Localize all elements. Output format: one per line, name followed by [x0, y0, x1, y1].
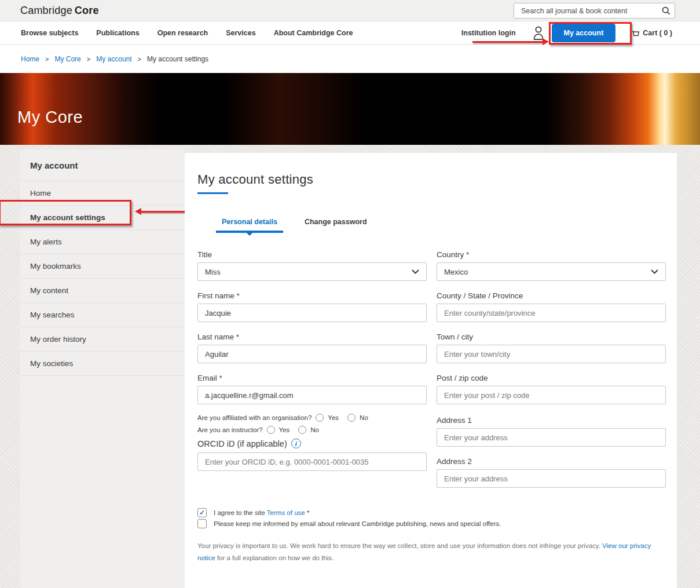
tab-change-password-label: Change password — [305, 218, 367, 226]
main-nav: Browse subjects Publications Open resear… — [0, 21, 700, 45]
hero-banner: My Core — [0, 73, 700, 145]
instructor-no-radio[interactable] — [298, 426, 306, 434]
country-select[interactable]: Mexico — [437, 262, 666, 281]
last-name-label: Last name * — [197, 333, 427, 341]
radio-questions: Are you affiliated with an organisation?… — [197, 414, 427, 434]
sidebar-item-my-order-history[interactable]: My order history — [20, 327, 185, 352]
person-icon[interactable] — [532, 25, 545, 41]
logo-text-core: Core — [75, 5, 99, 16]
title-label: Title — [197, 250, 427, 259]
postcode-label: Post / zip code — [437, 374, 666, 382]
sidebar-item-my-searches[interactable]: My searches — [20, 303, 185, 327]
tab-change-password[interactable]: Change password — [299, 218, 373, 233]
tab-personal-details-label: Personal details — [222, 218, 277, 226]
newsletter-label: Please keep me informed by email about r… — [214, 519, 501, 527]
settings-tabs: Personal details Change password — [216, 218, 677, 233]
account-sidebar: My account Home My account settings My a… — [20, 149, 185, 588]
first-name-field[interactable] — [197, 304, 427, 322]
cambridge-core-logo[interactable]: CambridgeCore — [20, 5, 99, 17]
cart-icon — [632, 29, 640, 37]
affiliated-yes-radio[interactable] — [316, 414, 324, 422]
title-select[interactable]: Miss — [197, 262, 427, 281]
breadcrumb-separator: > — [138, 56, 141, 63]
cart-label: Cart ( 0 ) — [643, 29, 672, 37]
search-icon[interactable] — [657, 6, 675, 15]
search-input[interactable] — [514, 7, 657, 15]
hero-title: My Core — [17, 108, 83, 127]
orcid-field[interactable] — [197, 452, 427, 471]
last-name-field[interactable] — [197, 345, 427, 363]
sidebar-item-my-societies[interactable]: My societies — [20, 352, 185, 376]
nav-menu: Browse subjects Publications Open resear… — [0, 29, 353, 37]
address2-label: Address 2 — [437, 457, 666, 466]
institution-login-link[interactable]: Institution login — [461, 29, 516, 37]
form-left-column: Title Miss First name * Last name * — [197, 250, 427, 498]
sidebar-item-my-bookmarks[interactable]: My bookmarks — [20, 254, 185, 279]
terms-required-mark: * — [307, 509, 309, 516]
terms-of-use-link[interactable]: Terms of use — [267, 509, 305, 516]
county-field[interactable] — [437, 304, 666, 322]
settings-panel: My account settings Personal details Cha… — [185, 153, 677, 588]
privacy-text: Your privacy is important to us. We work… — [197, 542, 602, 549]
nav-browse-subjects[interactable]: Browse subjects — [21, 29, 78, 37]
postcode-field[interactable] — [437, 386, 666, 404]
instructor-yes-label: Yes — [279, 426, 290, 433]
logo-text-cambridge: Cambridge — [20, 5, 72, 16]
cart-button[interactable]: Cart ( 0 ) — [632, 29, 672, 37]
tab-personal-details[interactable]: Personal details — [216, 218, 283, 233]
my-account-button[interactable]: My account — [552, 24, 616, 42]
content-area: My account Home My account settings My a… — [0, 145, 700, 588]
title-underline — [197, 192, 228, 194]
address2-field[interactable] — [437, 469, 666, 488]
instructor-yes-radio[interactable] — [267, 426, 275, 434]
instructor-no-label: No — [310, 426, 319, 433]
address1-field[interactable] — [437, 428, 666, 447]
orcid-label: ORCID iD (if applicable) — [197, 439, 287, 448]
checkmark-icon: ✓ — [199, 509, 205, 516]
account-form: Title Miss First name * Last name * — [197, 250, 677, 498]
nav-services[interactable]: Services — [226, 29, 255, 37]
address1-label: Address 1 — [437, 416, 666, 425]
title-select-value: Miss — [205, 268, 412, 276]
sidebar-item-my-alerts[interactable]: My alerts — [20, 230, 185, 254]
breadcrumb-current: My account settings — [147, 55, 208, 63]
affiliated-no-label: No — [360, 414, 368, 421]
affiliated-question-label: Are you affiliated with an organisation? — [197, 414, 311, 421]
affiliated-no-radio[interactable] — [347, 414, 356, 422]
page-title: My account settings — [197, 172, 677, 187]
chevron-down-icon — [651, 269, 658, 274]
terms-checkbox[interactable]: ✓ — [197, 508, 207, 517]
chevron-down-icon — [412, 269, 419, 274]
sidebar-item-my-account-settings[interactable]: My account settings — [20, 206, 185, 230]
top-header: CambridgeCore — [0, 0, 700, 21]
country-label: Country * — [437, 250, 666, 259]
sidebar-item-my-content[interactable]: My content — [20, 279, 185, 303]
nav-open-research[interactable]: Open research — [157, 29, 208, 37]
nav-about-cambridge-core[interactable]: About Cambridge Core — [274, 29, 353, 37]
breadcrumb-separator: > — [45, 56, 49, 63]
nav-publications[interactable]: Publications — [96, 29, 139, 37]
breadcrumb-bar: Home > My Core > My account > My account… — [0, 45, 700, 73]
affiliated-yes-label: Yes — [328, 414, 339, 421]
privacy-text-after: for a full explanation on how we do this… — [217, 554, 333, 561]
info-icon[interactable]: i — [291, 439, 301, 448]
form-right-column: Country * Mexico County / State / Provin… — [437, 250, 666, 498]
sidebar-title: My account — [20, 149, 185, 181]
breadcrumb-home[interactable]: Home — [21, 55, 39, 63]
county-label: County / State / Province — [437, 291, 666, 300]
privacy-notice: Your privacy is important to us. We work… — [197, 540, 661, 565]
email-label: Email * — [197, 374, 427, 382]
nav-account-area: Institution login My account Cart ( 0 ) — [461, 21, 700, 44]
breadcrumb-separator: > — [87, 56, 90, 63]
sidebar-item-home[interactable]: Home — [20, 181, 185, 206]
breadcrumb-my-core[interactable]: My Core — [54, 55, 80, 63]
email-field[interactable] — [197, 386, 427, 404]
consent-section: ✓ I agree to the site Terms of use * Ple… — [197, 508, 677, 528]
newsletter-checkbox[interactable] — [197, 519, 207, 528]
terms-text: I agree to the site — [214, 509, 267, 516]
instructor-question-label: Are you an instructor? — [197, 426, 263, 433]
town-field[interactable] — [437, 345, 666, 363]
breadcrumb-my-account[interactable]: My account — [96, 55, 131, 63]
search-bar — [514, 3, 675, 19]
town-label: Town / city — [437, 333, 666, 341]
